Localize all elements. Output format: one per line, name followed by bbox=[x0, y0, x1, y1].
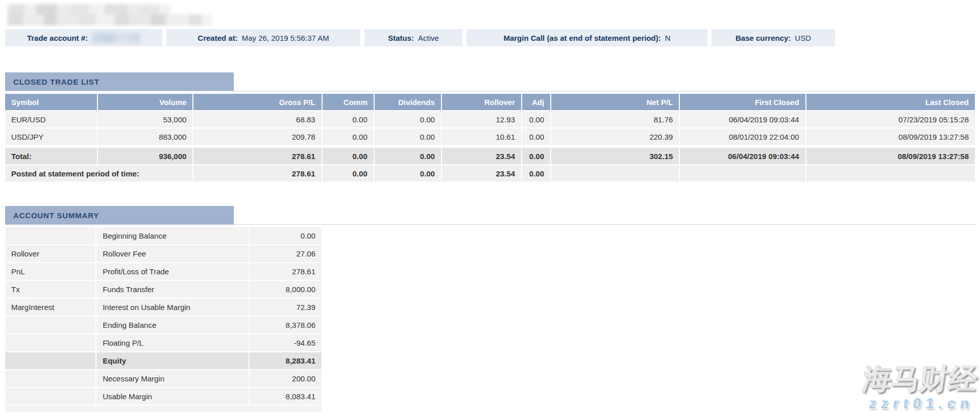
margin-call-value: N bbox=[665, 34, 671, 42]
cell-volume: 883,000 bbox=[98, 128, 192, 145]
cell-volume: 53,000 bbox=[98, 111, 192, 127]
summary-code bbox=[5, 370, 95, 387]
status-value: Active bbox=[418, 34, 439, 42]
summary-row: Rollover Rollover Fee 27.06 bbox=[5, 245, 322, 262]
posted-gross-pl: 278.61 bbox=[193, 165, 321, 182]
summary-name: Funds Transfer bbox=[96, 281, 249, 298]
redacted-logo-row bbox=[8, 4, 171, 14]
summary-row: MargInterest Interest on Usable Margin 7… bbox=[5, 299, 322, 316]
summary-value: -94.65 bbox=[250, 334, 322, 351]
cell-rollover: 12.93 bbox=[442, 111, 521, 127]
cell-symbol: USD/JPY bbox=[5, 128, 97, 145]
cell-rollover: 10.61 bbox=[442, 128, 521, 145]
cell-gross-pl: 209.78 bbox=[193, 128, 321, 145]
summary-code bbox=[5, 352, 95, 369]
cell-comm: 0.00 bbox=[323, 128, 374, 145]
info-base-currency: Base currency: USD bbox=[712, 29, 835, 46]
cell-last-closed: 08/09/2019 13:27:58 bbox=[806, 128, 975, 145]
total-first-closed: 06/04/2019 09:03:44 bbox=[680, 148, 805, 164]
closed-trade-list-title: CLOSED TRADE LIST bbox=[5, 72, 234, 91]
summary-value: 8,083.41 bbox=[250, 388, 322, 405]
summary-row: Tx Funds Transfer 8,000.00 bbox=[5, 281, 322, 298]
summary-value: 8,283.41 bbox=[250, 352, 322, 369]
posted-row: Posted at statement period of time: 278.… bbox=[5, 165, 975, 182]
cell-last-closed: 07/23/2019 05:15:28 bbox=[806, 111, 975, 127]
col-dividends: Dividends bbox=[375, 94, 441, 110]
total-rollover: 23.54 bbox=[442, 148, 521, 164]
total-row: Total: 936,000 278.61 0.00 0.00 23.54 0.… bbox=[5, 148, 975, 164]
cell-first-closed: 06/04/2019 09:03:44 bbox=[680, 111, 805, 127]
cell-adj: 0.00 bbox=[522, 111, 550, 127]
summary-name: Profit/Loss of Trade bbox=[96, 263, 249, 280]
col-volume: Volume bbox=[98, 94, 192, 110]
redacted-logo bbox=[8, 4, 212, 25]
col-last-closed: Last Closed bbox=[806, 94, 975, 110]
summary-value: 0.00 bbox=[250, 227, 322, 244]
summary-code bbox=[5, 227, 95, 244]
summary-code bbox=[5, 317, 95, 333]
cell-gross-pl: 68.83 bbox=[193, 111, 321, 127]
account-summary-title-row: ACCOUNT SUMMARY bbox=[5, 206, 976, 225]
closed-trade-list-title-row: CLOSED TRADE LIST bbox=[5, 72, 976, 91]
total-volume: 936,000 bbox=[98, 148, 192, 164]
summary-name: Floating P/L bbox=[96, 334, 249, 351]
col-first-closed: First Closed bbox=[680, 94, 805, 110]
base-currency-value: USD bbox=[795, 34, 811, 42]
info-status: Status: Active bbox=[364, 29, 462, 46]
posted-net-pl bbox=[551, 165, 679, 182]
watermark-chinese-text: 海马财经 bbox=[861, 364, 979, 394]
summary-name: Equity bbox=[96, 352, 249, 369]
info-trade-account: Trade account #: bbox=[5, 29, 162, 46]
row-gap bbox=[5, 146, 975, 147]
account-info-bar: Trade account #: Created at: May 26, 201… bbox=[5, 29, 835, 46]
summary-code: Rollover bbox=[5, 245, 95, 262]
cell-first-closed: 08/01/2019 22:04:00 bbox=[680, 128, 805, 145]
account-summary-table: Beginning Balance 0.00 Rollover Rollover… bbox=[4, 226, 323, 406]
total-label: Total: bbox=[5, 148, 97, 164]
table-row: EUR/USD 53,000 68.83 0.00 0.00 12.93 0.0… bbox=[5, 111, 975, 127]
closed-trade-list-section: CLOSED TRADE LIST Symbol Volume Gross P/… bbox=[5, 72, 976, 183]
table-row: USD/JPY 883,000 209.78 0.00 0.00 10.61 0… bbox=[5, 128, 975, 145]
status-label: Status: bbox=[388, 34, 414, 42]
cut-off-row bbox=[5, 406, 322, 412]
summary-code: MargInterest bbox=[5, 299, 95, 316]
posted-adj: 0.00 bbox=[522, 165, 550, 182]
cell-net-pl: 220.39 bbox=[551, 128, 679, 145]
summary-row: Necessary Margin 200.00 bbox=[5, 370, 322, 387]
created-at-label: Created at: bbox=[198, 34, 237, 42]
base-currency-label: Base currency: bbox=[736, 34, 791, 42]
posted-label: Posted at statement period of time: bbox=[5, 165, 192, 182]
info-margin-call: Margin Call (as at end of statement peri… bbox=[467, 29, 707, 46]
summary-name: Usable Margin bbox=[96, 388, 249, 405]
summary-row: Beginning Balance 0.00 bbox=[5, 227, 322, 244]
summary-value: 8,378.06 bbox=[250, 317, 322, 333]
col-gross-pl: Gross P/L bbox=[193, 94, 321, 110]
col-comm: Comm bbox=[323, 94, 374, 110]
cell-symbol: EUR/USD bbox=[5, 111, 97, 127]
posted-dividends: 0.00 bbox=[375, 165, 441, 182]
summary-code bbox=[5, 388, 95, 405]
watermark: 海马财经 zzrt01.cn bbox=[858, 364, 979, 412]
summary-row: Ending Balance 8,378.06 bbox=[5, 317, 322, 333]
trade-account-redacted-value bbox=[92, 33, 140, 43]
total-dividends: 0.00 bbox=[375, 148, 441, 164]
summary-row: Floating P/L -94.65 bbox=[5, 334, 322, 351]
total-adj: 0.00 bbox=[522, 148, 550, 164]
posted-first-closed bbox=[680, 165, 805, 182]
summary-code: Tx bbox=[5, 281, 95, 298]
summary-name: Interest on Usable Margin bbox=[96, 299, 249, 316]
summary-value: 200.00 bbox=[250, 370, 322, 387]
col-symbol: Symbol bbox=[5, 94, 97, 110]
cell-adj: 0.00 bbox=[522, 128, 550, 145]
posted-comm: 0.00 bbox=[323, 165, 374, 182]
col-rollover: Rollover bbox=[442, 94, 521, 110]
cell-net-pl: 81.76 bbox=[551, 111, 679, 127]
created-at-value: May 26, 2019 5:56:37 AM bbox=[242, 34, 329, 42]
summary-row: PnL Profit/Loss of Trade 278.61 bbox=[5, 263, 322, 280]
summary-value: 8,000.00 bbox=[250, 281, 322, 298]
margin-call-label: Margin Call (as at end of statement peri… bbox=[503, 34, 660, 42]
account-summary-title: ACCOUNT SUMMARY bbox=[5, 206, 234, 224]
cell-comm: 0.00 bbox=[323, 111, 374, 127]
total-net-pl: 302.15 bbox=[551, 148, 679, 164]
closed-trade-table: Symbol Volume Gross P/L Comm Dividends R… bbox=[4, 93, 976, 183]
